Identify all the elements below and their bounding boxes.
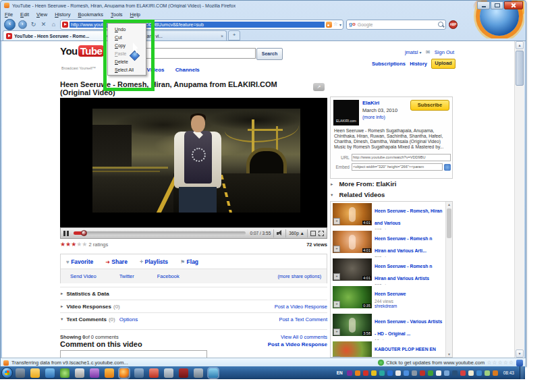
tray-icon[interactable] (428, 370, 433, 376)
star-rating[interactable]: ★★★★★ (60, 242, 87, 248)
tray-icon[interactable] (404, 370, 409, 376)
start-button[interactable] (1, 367, 13, 379)
comment-textarea[interactable] (60, 350, 207, 358)
close-button[interactable] (504, 1, 523, 9)
related-video-item[interactable]: +0:35 Heen Seeruwe244 viewsshrekdream (331, 285, 452, 312)
bookmark-star-icon[interactable]: ☆ (333, 22, 338, 27)
tray-icon[interactable] (347, 370, 352, 376)
progress-bar[interactable] (74, 231, 246, 235)
more-share-options-link[interactable]: (more share options) (277, 274, 327, 279)
search-bar[interactable]: go Google (346, 20, 446, 30)
scroll-down-icon[interactable]: ▼ (516, 349, 524, 358)
video-thumbnail[interactable]: +0:35 (333, 286, 372, 308)
scrollbar-thumb[interactable] (447, 208, 451, 238)
menu-view[interactable]: View (36, 11, 47, 18)
nav-channels-link[interactable]: Channels (175, 67, 200, 73)
progress-knob[interactable] (81, 230, 87, 236)
post-video-response-link[interactable]: Post a Video Response (275, 304, 327, 310)
back-button[interactable]: ‹ (4, 19, 16, 30)
tray-icon[interactable] (387, 370, 393, 376)
post-video-response-link-2[interactable]: Post a Video Response (268, 341, 327, 347)
taskbar-app-icon[interactable] (134, 368, 144, 378)
tray-icon[interactable] (444, 370, 449, 376)
favorite-button[interactable]: ♥ Favorite (66, 258, 93, 265)
tray-icon[interactable] (363, 370, 368, 376)
statistics-section[interactable]: ► Statistics & Data (60, 287, 327, 300)
tray-icon[interactable] (468, 370, 474, 376)
subscriptions-link[interactable]: Subscriptions (372, 61, 406, 67)
taskbar-app-icon[interactable] (90, 368, 99, 378)
tray-icon[interactable] (493, 370, 498, 376)
channel-avatar[interactable]: ELAKIRI.com (333, 100, 359, 125)
tab-youtube[interactable]: YouTube - Heen Seeruwe - Rome... × (3, 30, 112, 40)
related-video-item[interactable]: +3:58 Heen Seeruwe - Various Artists - H… (331, 312, 452, 340)
related-video-item[interactable]: +4:01 Heen Seeruwe - Romesh n Hiran and … (331, 257, 452, 285)
sign-out-link[interactable]: Sign Out (435, 49, 454, 55)
embed-settings-gear-icon[interactable] (444, 164, 451, 171)
tray-icon[interactable] (460, 370, 466, 376)
more-from-section[interactable]: ► More From: ElaKiri (330, 180, 396, 188)
page-scrollbar[interactable]: ▲ ▼ (514, 41, 524, 358)
stop-button[interactable]: ✕ (40, 21, 47, 28)
search-mag-icon[interactable] (438, 22, 443, 27)
expand-player-icon[interactable] (310, 231, 316, 236)
related-video-item[interactable]: +4:01 Heen Seeruwe - Romesh n Hiran and … (331, 229, 452, 257)
new-tab-button[interactable]: + (228, 30, 240, 40)
reload-button[interactable]: ↻ (30, 21, 37, 28)
scorecard-icon[interactable] (516, 360, 523, 366)
share-button[interactable]: ➜ Share (105, 258, 128, 265)
playlists-button[interactable]: + Playlists (140, 258, 168, 265)
volume-icon[interactable] (277, 230, 283, 236)
taskbar-app-icon[interactable] (105, 368, 114, 378)
taskbar-app-icon[interactable] (179, 368, 188, 378)
twitter-link[interactable]: Twitter (119, 273, 134, 279)
fullscreen-icon[interactable] (319, 231, 324, 236)
comments-options-link[interactable]: Options (119, 316, 138, 323)
send-video-link[interactable]: Send Video (70, 273, 96, 279)
channel-link[interactable]: ElaKiri (362, 100, 379, 106)
flag-button[interactable]: ⚑ Flag (180, 258, 198, 265)
scroll-up-icon[interactable]: ▲ (516, 41, 524, 49)
taskbar-app-icon[interactable] (209, 368, 218, 378)
url-field-value[interactable]: http://www.youtube.com/watch?v=VDD9BU (352, 154, 451, 161)
rss-icon[interactable] (326, 22, 332, 28)
history-link[interactable]: History (410, 61, 427, 67)
address-bar[interactable]: http://www.youtube.com/watch?v=VDD9BUumc… (60, 20, 343, 30)
scroll-up-icon[interactable]: ▲ (447, 202, 451, 206)
taskbar-app-icon[interactable] (75, 368, 84, 378)
text-comments-section[interactable]: ▼ Text Comments (0) Options Post a Text … (60, 312, 327, 325)
taskbar-clock[interactable]: 08:43 (503, 370, 514, 375)
tray-icon[interactable] (452, 370, 458, 376)
menu-help[interactable]: Help (130, 11, 140, 18)
menu-history[interactable]: History (55, 11, 70, 18)
tray-icon[interactable] (420, 370, 425, 376)
tray-icon[interactable] (395, 370, 401, 376)
related-video-item[interactable]: +4:01 Heen Seeruwe - Romesh, Hiran and V… (331, 202, 452, 229)
rating-stars-widget[interactable]: ☆☆☆☆☆ (487, 360, 514, 366)
taskbar-app-icon[interactable] (60, 368, 70, 378)
minimize-button[interactable] (477, 1, 490, 9)
tray-icon[interactable] (476, 370, 482, 376)
subscribe-button[interactable]: Subscribe (410, 100, 449, 111)
pause-button[interactable] (63, 231, 69, 236)
updates-icon[interactable] (378, 360, 384, 366)
tab-close-icon[interactable]: × (221, 34, 223, 38)
menu-file[interactable]: File (5, 11, 13, 18)
tray-icon[interactable] (379, 370, 385, 376)
menu-bookmarks[interactable]: Bookmarks (78, 11, 104, 18)
taskbar-app-icon[interactable] (194, 368, 203, 378)
view-all-comments-link[interactable]: View All 0 comments (281, 334, 327, 340)
taskbar-app-icon[interactable] (30, 368, 40, 378)
scrollbar-thumb[interactable] (516, 51, 524, 86)
video-thumbnail[interactable]: +4:01 (333, 258, 372, 281)
video-thumbnail[interactable]: +4:01 (333, 203, 372, 225)
tray-icon[interactable] (436, 370, 441, 376)
username-menu[interactable]: jmatsl ▾ (405, 49, 422, 55)
messages-icon[interactable]: ✉ (426, 49, 431, 55)
video-thumbnail[interactable]: +4:01 (333, 231, 372, 253)
video-responses-section[interactable]: ► Video Responses (0) Post a Video Respo… (60, 300, 327, 312)
taskbar-firefox-icon[interactable] (119, 368, 129, 378)
taskbar-app-icon[interactable] (149, 368, 159, 378)
tray-icon[interactable] (355, 370, 360, 376)
expand-title-icon[interactable]: ↗ (313, 83, 325, 91)
